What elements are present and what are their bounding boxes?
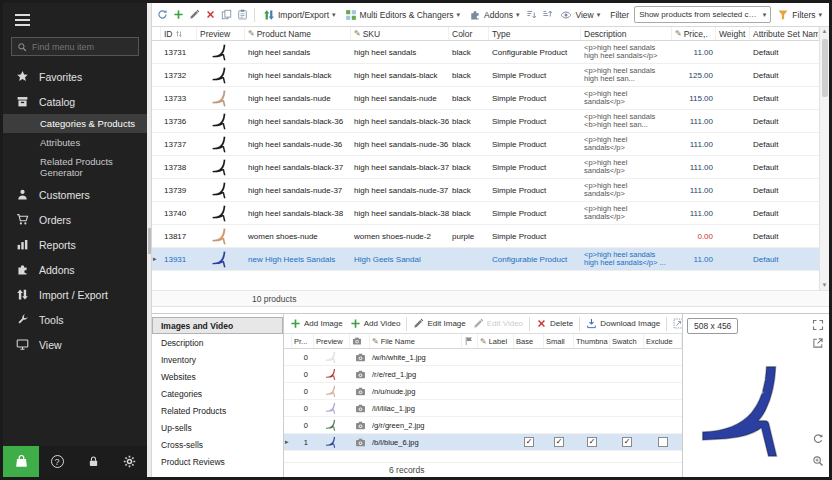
sidebar-item-orders[interactable]: Orders: [3, 207, 147, 232]
checkbox-thumbnail[interactable]: ✓: [587, 437, 597, 447]
category-filter-select[interactable]: Show products from selected categories ▾: [634, 6, 771, 23]
cell-sku[interactable]: High Geels Sandal: [351, 248, 449, 270]
image-column-header-small[interactable]: Small: [544, 334, 574, 348]
add-image-button[interactable]: Add Image: [287, 317, 346, 330]
search-input[interactable]: [32, 42, 133, 52]
open-external-icon[interactable]: [812, 337, 824, 349]
cell-product-name[interactable]: high heel sandals-black-37: [245, 156, 351, 178]
tab-categories[interactable]: Categories: [152, 385, 283, 402]
checkbox-exclude[interactable]: [658, 437, 668, 447]
cell-file-name[interactable]: /n/u/nude.jpg: [370, 383, 462, 399]
sidebar-item-customers[interactable]: Customers: [3, 182, 147, 207]
scroll-up-icon[interactable]: ▲: [822, 27, 828, 36]
product-row[interactable]: 13737high heel sandals-nude-36high heel …: [152, 133, 819, 156]
sidebar-subitem-attributes[interactable]: Attributes: [3, 133, 147, 152]
image-row[interactable]: 0/l/i/lilac_1.jpg: [284, 400, 682, 417]
refresh-button[interactable]: [156, 8, 169, 21]
sidebar-subitem-categories-products[interactable]: Categories & Products: [3, 114, 147, 133]
cell-product-name[interactable]: high heel sandals: [245, 41, 351, 63]
cell-label[interactable]: [478, 400, 514, 416]
cell-file-name[interactable]: /l/i/lilac_1.jpg: [370, 400, 462, 416]
image-column-header-preview[interactable]: Preview: [314, 334, 350, 348]
column-header-blank[interactable]: [152, 27, 161, 40]
tab-inventory[interactable]: Inventory: [152, 351, 283, 368]
sidebar-search[interactable]: [11, 37, 139, 56]
product-row[interactable]: 13740high heel sandals-black-38high heel…: [152, 202, 819, 225]
cell-file-name[interactable]: /r/e/red_1.jpg: [370, 366, 462, 382]
image-column-header-file-name[interactable]: ✎File Name: [370, 334, 462, 348]
cell-price[interactable]: 125.00: [672, 64, 716, 86]
cell-product-name[interactable]: high heel sandals-nude-36: [245, 133, 351, 155]
cell-sku[interactable]: high heel sandals-black-38: [351, 202, 449, 224]
sidebar-item-favorites[interactable]: Favorites: [3, 64, 147, 89]
add-button[interactable]: [172, 8, 185, 21]
rotate-icon[interactable]: [812, 433, 824, 445]
image-column-header-blank[interactable]: [284, 334, 292, 348]
cell-price[interactable]: 111.00: [672, 133, 716, 155]
cell-sku[interactable]: high heel sandals-nude-36: [351, 133, 449, 155]
image-row[interactable]: 0/g/r/green_2.jpg: [284, 417, 682, 434]
image-column-header-thumbna[interactable]: Thumbna: [574, 334, 610, 348]
store-button[interactable]: [3, 446, 39, 477]
product-row[interactable]: 13738high heel sandals-black-37high heel…: [152, 156, 819, 179]
cell-product-name[interactable]: high heel sandals-nude-37: [245, 179, 351, 201]
cell-product-name[interactable]: women shoes-nude: [245, 225, 351, 247]
cell-price[interactable]: 11.00: [672, 41, 716, 63]
column-header-description[interactable]: Description: [581, 27, 672, 40]
addons-menu-button[interactable]: Addons ▾: [466, 7, 522, 23]
sidebar-item-catalog[interactable]: Catalog: [3, 89, 147, 114]
sidebar-item-addons[interactable]: Addons: [3, 257, 147, 282]
column-header-preview[interactable]: Preview: [197, 27, 245, 40]
sidebar-item-tools[interactable]: Tools: [3, 307, 147, 332]
column-header-price[interactable]: ✎Price,.: [672, 27, 716, 40]
set-resize-rule-button[interactable]: Set Resize Rule: [670, 317, 682, 330]
tab-related-products[interactable]: Related Products: [152, 402, 283, 419]
tab-product-reviews[interactable]: Product Reviews: [152, 453, 283, 470]
column-header-attribute-set-name[interactable]: Attribute Set Name: [750, 27, 819, 40]
sidebar-item-reports[interactable]: Reports: [3, 232, 147, 257]
settings-button[interactable]: [111, 455, 147, 468]
cell-price[interactable]: 0.00: [672, 225, 716, 247]
image-column-header-swatch[interactable]: Swatch: [610, 334, 644, 348]
tab-up-sells[interactable]: Up-sells: [152, 419, 283, 436]
tab-description[interactable]: Description: [152, 334, 283, 351]
cell-price[interactable]: 111.00: [672, 110, 716, 132]
fullscreen-icon[interactable]: [812, 319, 824, 331]
column-header-sku[interactable]: ✎SKU: [351, 27, 449, 40]
download-image-button[interactable]: Download Image: [583, 317, 663, 330]
cell-sku[interactable]: high heel sandals-black: [351, 64, 449, 86]
image-column-header-pr[interactable]: Pr...: [292, 334, 314, 348]
column-header-product-name[interactable]: ✎Product Name: [245, 27, 351, 40]
zoom-icon[interactable]: [812, 455, 824, 467]
image-row[interactable]: 0/r/e/red_1.jpg: [284, 366, 682, 383]
delete-button[interactable]: [204, 8, 217, 21]
cell-label[interactable]: [478, 349, 514, 365]
product-row[interactable]: 13733high heel sandals-nudehigh heel san…: [152, 87, 819, 110]
product-row[interactable]: 13732high heel sandals-blackhigh heel sa…: [152, 64, 819, 87]
sidebar-item-import-export[interactable]: Import / Export: [3, 282, 147, 307]
image-row[interactable]: 0/n/u/nude.jpg: [284, 383, 682, 400]
cell-price[interactable]: 111.00: [672, 156, 716, 178]
import-export-menu-button[interactable]: Import/Export ▾: [260, 7, 339, 23]
cell-file-name[interactable]: /b/l/blue_6.jpg: [370, 434, 462, 450]
cell-price[interactable]: 115.00: [672, 87, 716, 109]
cell-label[interactable]: [478, 366, 514, 382]
cell-sku[interactable]: high heel sandals-black-36: [351, 110, 449, 132]
edit-button[interactable]: [188, 8, 201, 21]
column-header-id[interactable]: ID: [161, 27, 197, 40]
image-column-header-label[interactable]: ✎Label: [478, 334, 514, 348]
cell-price[interactable]: 111.00: [672, 202, 716, 224]
cell-file-name[interactable]: /g/r/green_2.jpg: [370, 417, 462, 433]
delete-button[interactable]: Delete: [533, 317, 576, 330]
product-row[interactable]: 13817women shoes-nudewomen shoes-nude-2p…: [152, 225, 819, 248]
add-video-button[interactable]: Add Video: [347, 317, 404, 330]
sidebar-subitem-related-products-generator[interactable]: Related Products Generator: [3, 152, 147, 182]
cell-product-name[interactable]: high heel sandals-black: [245, 64, 351, 86]
product-row[interactable]: 13736high heel sandals-black-36high heel…: [152, 110, 819, 133]
column-header-weight[interactable]: Weight: [716, 27, 750, 40]
cell-product-name[interactable]: high heel sandals-black-36: [245, 110, 351, 132]
cell-sku[interactable]: high heel sandals-nude-37: [351, 179, 449, 201]
checkbox-swatch[interactable]: ✓: [622, 437, 632, 447]
checkbox-base[interactable]: ✓: [524, 437, 534, 447]
cell-price[interactable]: 111.00: [672, 179, 716, 201]
